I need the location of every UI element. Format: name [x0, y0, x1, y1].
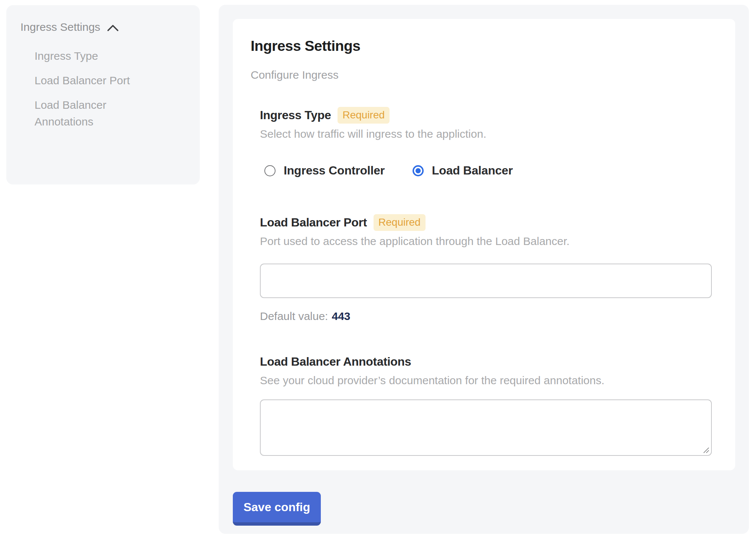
required-badge: Required	[338, 107, 390, 124]
save-config-button[interactable]: Save config	[233, 492, 321, 526]
page-subtitle: Configure Ingress	[251, 69, 714, 81]
ingress-type-title: Ingress Type	[260, 108, 331, 122]
sidebar-parent-label: Ingress Settings	[20, 21, 100, 33]
radio-unselected-icon[interactable]	[264, 165, 276, 176]
sidebar-item-load-balancer-annotations[interactable]: Load Balancer Annotations	[35, 97, 157, 130]
sidebar-subitems: Ingress Type Load Balancer Port Load Bal…	[35, 48, 157, 130]
ingress-type-radio-group: Ingress Controller Load Balancer	[260, 164, 714, 177]
radio-option-ingress-controller[interactable]: Ingress Controller	[264, 164, 385, 177]
section-title-row: Load Balancer Annotations	[260, 353, 714, 370]
default-value-row: Default value:443	[260, 310, 714, 323]
required-badge: Required	[374, 214, 426, 231]
load-balancer-port-description: Port used to access the application thro…	[260, 235, 714, 248]
section-title-row: Ingress Type Required	[260, 107, 714, 124]
load-balancer-annotations-title: Load Balancer Annotations	[260, 355, 411, 369]
radio-label-load-balancer[interactable]: Load Balancer	[432, 164, 513, 177]
load-balancer-port-input[interactable]	[260, 264, 712, 298]
sidebar: Ingress Settings Ingress Type Load Balan…	[6, 5, 200, 184]
ingress-type-description: Select how traffic will ingress to the a…	[260, 127, 714, 141]
annotations-textarea-wrap	[260, 399, 712, 456]
resize-handle-icon[interactable]	[703, 447, 709, 453]
load-balancer-annotations-textarea[interactable]	[260, 399, 712, 456]
section-load-balancer-port: Load Balancer Port Required Port used to…	[260, 214, 714, 323]
main-panel: Ingress Settings Configure Ingress Ingre…	[219, 5, 749, 534]
section-load-balancer-annotations: Load Balancer Annotations See your cloud…	[260, 353, 714, 456]
section-ingress-type: Ingress Type Required Select how traffic…	[260, 107, 714, 177]
load-balancer-annotations-description: See your cloud provider’s documentation …	[260, 374, 714, 387]
sidebar-item-ingress-settings[interactable]: Ingress Settings	[20, 19, 189, 35]
radio-label-ingress-controller[interactable]: Ingress Controller	[284, 164, 385, 177]
radio-option-load-balancer[interactable]: Load Balancer	[413, 164, 513, 177]
radio-selected-icon[interactable]	[413, 165, 424, 176]
sidebar-item-ingress-type[interactable]: Ingress Type	[35, 48, 157, 64]
form-sections: Ingress Type Required Select how traffic…	[260, 107, 714, 456]
settings-card: Ingress Settings Configure Ingress Ingre…	[233, 19, 735, 470]
section-title-row: Load Balancer Port Required	[260, 214, 714, 231]
load-balancer-port-title: Load Balancer Port	[260, 216, 367, 229]
default-value-label: Default value:	[260, 310, 328, 322]
sidebar-item-load-balancer-port[interactable]: Load Balancer Port	[35, 72, 157, 89]
chevron-up-icon	[107, 24, 119, 32]
default-value: 443	[332, 310, 350, 322]
page-title: Ingress Settings	[251, 38, 714, 54]
